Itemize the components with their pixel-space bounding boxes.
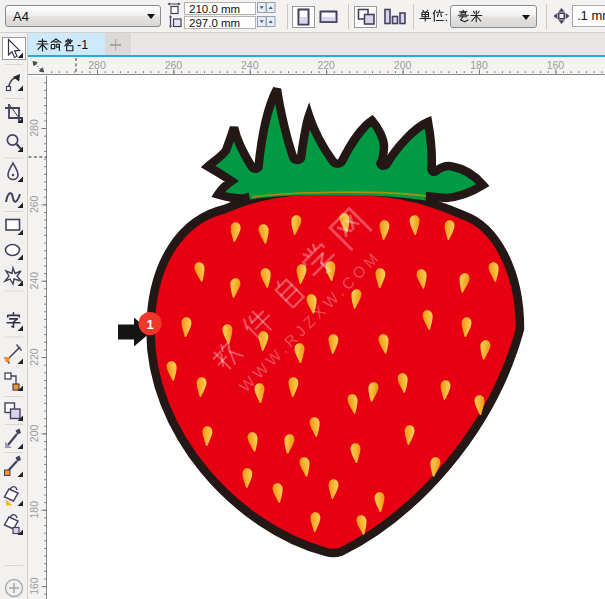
svg-text:240: 240 (241, 59, 259, 71)
svg-text:240: 240 (28, 272, 40, 290)
svg-text:160: 160 (547, 59, 565, 71)
svg-text:1: 1 (146, 317, 153, 332)
svg-text:220: 220 (317, 59, 335, 71)
svg-text:200: 200 (394, 59, 412, 71)
svg-text:280: 280 (28, 119, 40, 137)
svg-text:260: 260 (165, 59, 183, 71)
svg-text:260: 260 (28, 195, 40, 213)
svg-text:280: 280 (88, 59, 106, 71)
svg-text:200: 200 (28, 424, 40, 442)
svg-text:180: 180 (470, 59, 488, 71)
svg-text:220: 220 (28, 348, 40, 366)
svg-text:160: 160 (28, 577, 40, 595)
svg-text:180: 180 (28, 501, 40, 519)
